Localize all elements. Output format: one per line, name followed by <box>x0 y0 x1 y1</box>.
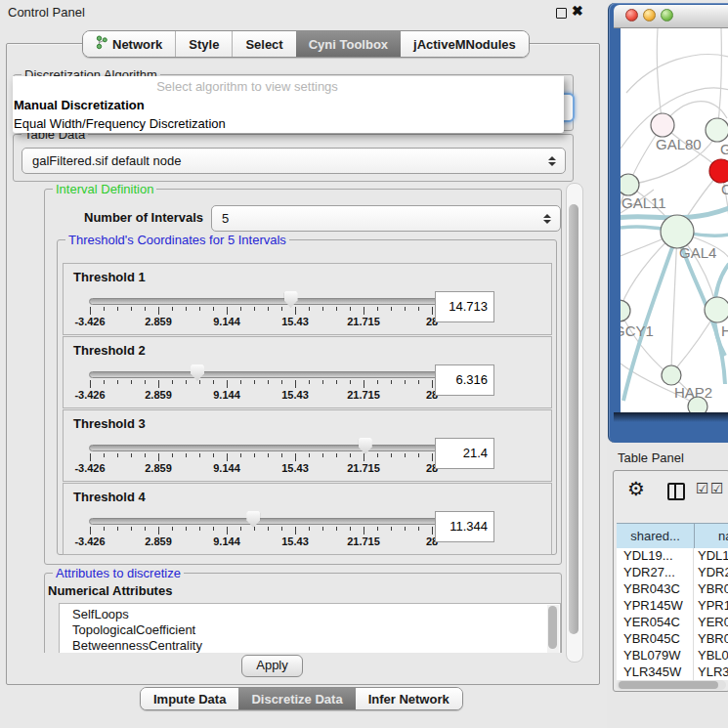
scrollbar-thumb[interactable] <box>619 681 718 689</box>
tab-infer-network[interactable]: Infer Network <box>356 688 462 709</box>
tick-label: 15.43 <box>266 535 324 547</box>
screenshot-root: Control Panel ✖ NetworkStyleSelectCyni T… <box>0 0 728 728</box>
tick-mark <box>405 307 406 311</box>
threshold-value-field[interactable]: 6.316 <box>435 364 494 396</box>
slider-track[interactable] <box>89 371 441 378</box>
tick-mark <box>281 527 282 531</box>
tick-label: 2.859 <box>129 389 188 401</box>
close-icon[interactable]: ✖ <box>572 3 583 19</box>
list-item[interactable]: TopologicalCoefficient <box>60 622 560 638</box>
list-item[interactable]: BetweennessCentrality <box>60 638 560 653</box>
split-columns-icon[interactable] <box>667 483 685 500</box>
tab-discretize-data[interactable]: Discretize Data <box>238 688 355 709</box>
slider-track[interactable] <box>89 298 441 305</box>
slider-track[interactable] <box>89 518 441 525</box>
control-panel: Control Panel ✖ NetworkStyleSelectCyni T… <box>0 0 607 728</box>
tick-mark <box>350 307 351 311</box>
algorithm-option-equal-width[interactable]: Equal Width/Frequency Discretization <box>13 116 564 131</box>
table-rows[interactable]: YDL19...YDL1YDR27...YDR2YBR043CYBR0YPR14… <box>617 548 728 680</box>
tab-style[interactable]: Style <box>175 31 232 57</box>
network-window-bottom-edge <box>614 412 728 422</box>
network-nodes[interactable] <box>621 113 728 412</box>
stepper-arrows-icon <box>548 156 556 166</box>
threshold-value-field[interactable]: 11.344 <box>435 511 494 542</box>
tick-mark <box>281 380 282 384</box>
tick-mark <box>391 380 392 384</box>
table-row[interactable]: YDR27...YDR2 <box>617 565 728 581</box>
zoom-traffic-light-icon[interactable] <box>661 9 673 21</box>
tab-impute-data[interactable]: Impute Data <box>141 688 238 709</box>
network-node[interactable] <box>621 174 639 195</box>
tick-mark <box>240 380 241 384</box>
tick-mark <box>322 527 323 531</box>
network-node[interactable] <box>709 159 728 183</box>
threshold-row: Threshold 1-3.4262.8599.14415.4321.71528… <box>63 263 552 335</box>
tick-mark <box>295 453 296 461</box>
checkbox-checked-icon[interactable]: ☑ <box>696 481 708 496</box>
settings-scrollbar[interactable] <box>566 183 583 663</box>
network-node[interactable] <box>651 113 674 137</box>
threshold-value-field[interactable]: 21.4 <box>435 438 494 469</box>
table-panel-title: Table Panel <box>618 450 684 465</box>
numerical-attributes-list[interactable]: SelfLoopsTopologicalCoefficientBetweenne… <box>59 603 561 653</box>
table-row[interactable]: YBR045CYBR0 <box>617 631 728 648</box>
minimize-traffic-light-icon[interactable] <box>643 9 656 21</box>
table-row[interactable]: YBR043CYBR0 <box>617 581 728 598</box>
network-node[interactable] <box>621 300 630 321</box>
tick-label: 2.859 <box>129 462 188 474</box>
gear-icon[interactable]: ⚙ <box>627 479 645 498</box>
threshold-row: Threshold 2-3.4262.8599.14415.4321.71528… <box>63 336 552 408</box>
tick-mark <box>158 380 159 388</box>
network-node[interactable] <box>705 297 728 322</box>
network-canvas[interactable]: GAL80GACGAL11GAL4GCY1HHAP2 <box>621 28 728 412</box>
tick-mark <box>240 453 241 457</box>
tick-mark <box>377 380 378 384</box>
table-data-combobox[interactable]: galFiltered.sif default node <box>21 148 566 174</box>
column-header-shared[interactable]: shared... <box>617 524 695 548</box>
column-header-name[interactable]: na <box>695 524 728 548</box>
tab-jactivemnodules[interactable]: jActiveMNodules <box>401 31 529 57</box>
network-node[interactable] <box>706 118 728 142</box>
tick-mark <box>172 453 173 457</box>
slider-track[interactable] <box>89 445 441 451</box>
algorithm-option-manual[interactable]: Manual Discretization <box>13 98 564 112</box>
slider-thumb[interactable] <box>191 364 204 381</box>
checkbox-checked-icon[interactable]: ☑ <box>710 481 723 496</box>
network-node[interactable] <box>661 215 694 248</box>
scrollbar-thumb[interactable] <box>569 204 578 634</box>
tick-label: 15.43 <box>266 462 324 474</box>
table-row[interactable]: YER054CYER0 <box>617 615 728 631</box>
tick-mark <box>309 380 310 384</box>
number-of-intervals-combobox[interactable]: 5 <box>211 205 561 232</box>
threshold-value-field[interactable]: 14.713 <box>435 291 494 322</box>
float-panel-icon[interactable] <box>556 8 567 19</box>
slider-thumb[interactable] <box>284 291 298 308</box>
table-row[interactable]: YBL079WYBL0 <box>617 648 728 664</box>
table-horizontal-scrollbar[interactable] <box>617 680 726 690</box>
tick-mark <box>172 307 173 311</box>
tick-mark <box>240 527 241 531</box>
table-row[interactable]: YDL19...YDL1 <box>617 548 728 565</box>
table-row[interactable]: YLR345WYLR3 <box>617 664 728 680</box>
table-row[interactable]: YPR145WYPR1 <box>617 598 728 615</box>
tab-select[interactable]: Select <box>232 31 295 57</box>
slider-thumb[interactable] <box>246 511 260 528</box>
tab-cyni-toolbox[interactable]: Cyni Toolbox <box>296 31 401 57</box>
tick-mark <box>90 453 91 461</box>
threshold-label: Threshold 2 <box>73 343 146 358</box>
network-node[interactable] <box>662 365 681 385</box>
tab-network[interactable]: Network <box>83 31 175 57</box>
tick-label: 15.43 <box>266 316 324 327</box>
tick-mark <box>199 307 200 311</box>
close-traffic-light-icon[interactable] <box>625 9 638 21</box>
list-item[interactable]: SelfLoops <box>60 607 560 622</box>
network-window-titlebar[interactable] <box>614 5 728 28</box>
tab-label: Select <box>245 37 282 52</box>
apply-button[interactable]: Apply <box>241 655 303 677</box>
slider-thumb[interactable] <box>359 438 372 454</box>
cell-shared-name: YBL079W <box>617 648 694 664</box>
tick-mark <box>295 527 296 535</box>
list-scrollbar[interactable] <box>547 605 559 653</box>
tab-label: Cyni Toolbox <box>309 37 388 52</box>
threshold-label: Threshold 4 <box>73 490 146 504</box>
